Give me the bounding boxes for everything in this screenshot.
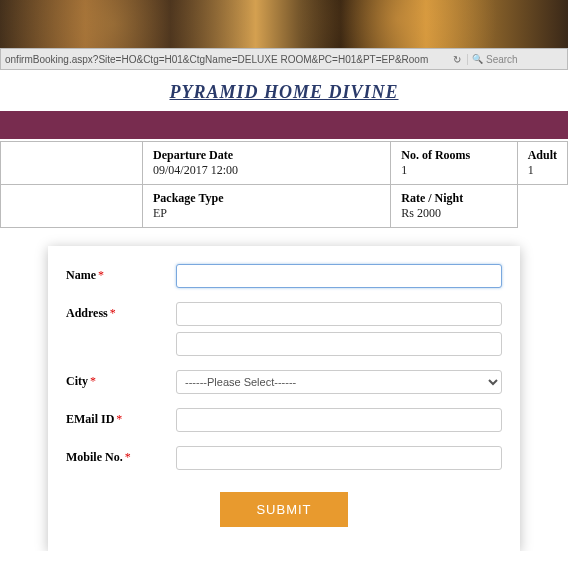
top-banner-image bbox=[0, 0, 568, 48]
rooms-label: No. of Rooms bbox=[401, 148, 506, 163]
mobile-label: Mobile No.* bbox=[66, 446, 176, 465]
adult-value: 1 bbox=[528, 163, 557, 178]
name-label: Name* bbox=[66, 264, 176, 283]
submit-button[interactable]: SUBMIT bbox=[220, 492, 347, 527]
city-label: City* bbox=[66, 370, 176, 389]
search-icon: 🔍 bbox=[472, 54, 483, 64]
city-select[interactable]: ------Please Select------ bbox=[176, 370, 502, 394]
package-cell: Package Type EP bbox=[143, 185, 391, 228]
address-input-1[interactable] bbox=[176, 302, 502, 326]
rate-value: Rs 2000 bbox=[401, 206, 506, 221]
rate-cell: Rate / Night Rs 2000 bbox=[391, 185, 517, 228]
departure-value: 09/04/2017 12:00 bbox=[153, 163, 380, 178]
email-label: EMail ID* bbox=[66, 408, 176, 427]
name-input[interactable] bbox=[176, 264, 502, 288]
rooms-value: 1 bbox=[401, 163, 506, 178]
adult-cell: Adult 1 bbox=[517, 142, 567, 185]
booking-info-table: Departure Date 09/04/2017 12:00 No. of R… bbox=[0, 141, 568, 228]
package-value: EP bbox=[153, 206, 380, 221]
browser-search[interactable]: 🔍 Search bbox=[467, 54, 567, 65]
rate-label: Rate / Night bbox=[401, 191, 506, 206]
departure-label: Departure Date bbox=[153, 148, 380, 163]
package-label: Package Type bbox=[153, 191, 380, 206]
search-placeholder: Search bbox=[486, 54, 518, 65]
mobile-input[interactable] bbox=[176, 446, 502, 470]
site-title: PYRAMID HOME DIVINE bbox=[0, 82, 568, 103]
adult-label: Adult bbox=[528, 148, 557, 163]
header-bar bbox=[0, 111, 568, 139]
departure-cell: Departure Date 09/04/2017 12:00 bbox=[143, 142, 391, 185]
address-label: Address* bbox=[66, 302, 176, 321]
rooms-cell: No. of Rooms 1 bbox=[391, 142, 517, 185]
email-input[interactable] bbox=[176, 408, 502, 432]
browser-toolbar: onfirmBooking.aspx?Site=HO&Ctg=H01&CtgNa… bbox=[0, 48, 568, 70]
address-input-2[interactable] bbox=[176, 332, 502, 356]
url-bar[interactable]: onfirmBooking.aspx?Site=HO&Ctg=H01&CtgNa… bbox=[1, 54, 447, 65]
page-content: PYRAMID HOME DIVINE Departure Date 09/04… bbox=[0, 70, 568, 551]
guest-form: Name* Address* City* bbox=[48, 246, 520, 551]
refresh-icon[interactable]: ↻ bbox=[447, 54, 467, 65]
